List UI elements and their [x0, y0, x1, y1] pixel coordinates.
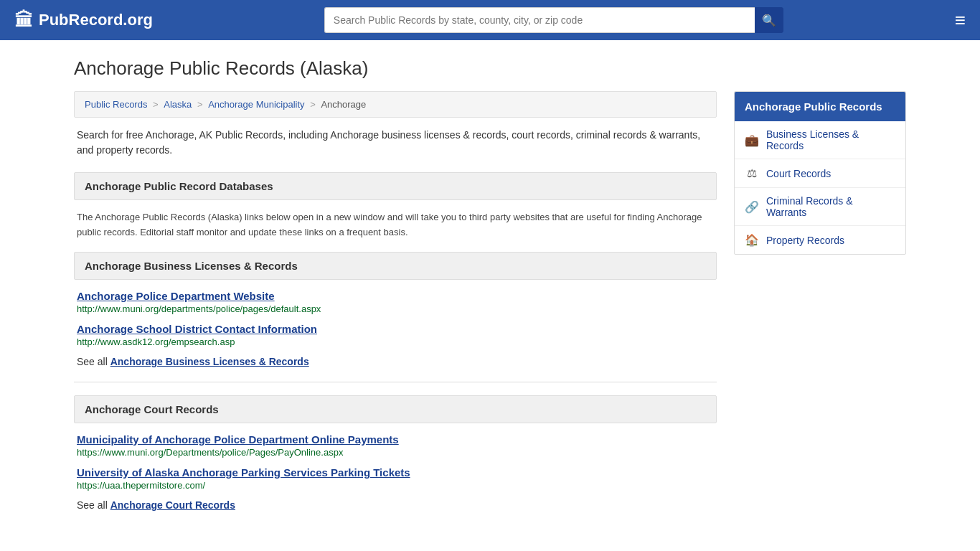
business-see-all: See all Anchorage Business Licenses & Re…: [77, 356, 714, 367]
logo-text: PubRecord.org: [39, 11, 153, 29]
breadcrumb-sep-3: >: [310, 99, 318, 110]
court-record-1-url[interactable]: https://www.muni.org/Departments/police/…: [77, 447, 714, 458]
breadcrumb-sep-1: >: [153, 99, 161, 110]
business-section-body: Anchorage Police Department Website http…: [74, 290, 717, 367]
sidebar: Anchorage Public Records 💼 Business Lice…: [734, 91, 906, 525]
search-button[interactable]: 🔍: [755, 7, 783, 33]
breadcrumb-item-2[interactable]: Alaska: [164, 99, 192, 110]
sidebar-item-court-label: Court Records: [766, 168, 831, 179]
business-record-2: Anchorage School District Contact Inform…: [77, 323, 714, 347]
court-record-2-title[interactable]: University of Alaska Anchorage Parking S…: [77, 466, 714, 479]
sidebar-item-property-label: Property Records: [766, 235, 844, 246]
business-see-all-link[interactable]: Anchorage Business Licenses & Records: [110, 356, 309, 367]
business-record-1: Anchorage Police Department Website http…: [77, 290, 714, 314]
scales-icon: ⚖: [745, 166, 759, 180]
main-column: Public Records > Alaska > Anchorage Muni…: [74, 91, 717, 525]
court-record-1: Municipality of Anchorage Police Departm…: [77, 433, 714, 458]
breadcrumb-sep-2: >: [197, 99, 205, 110]
sidebar-item-business[interactable]: 💼 Business Licenses & Records: [735, 121, 905, 159]
sidebar-box: Anchorage Public Records 💼 Business Lice…: [734, 91, 906, 255]
breadcrumb-item-1[interactable]: Public Records: [85, 99, 147, 110]
court-section-header: Anchorage Court Records: [74, 395, 717, 423]
databases-section-header: Anchorage Public Record Databases: [74, 172, 717, 200]
sidebar-item-criminal[interactable]: 🔗 Criminal Records & Warrants: [735, 188, 905, 226]
breadcrumb: Public Records > Alaska > Anchorage Muni…: [74, 91, 717, 118]
search-icon: 🔍: [762, 14, 776, 27]
court-record-2-url[interactable]: https://uaa.thepermitstore.com/: [77, 480, 714, 491]
sidebar-item-court[interactable]: ⚖ Court Records: [735, 159, 905, 188]
court-section-body: Municipality of Anchorage Police Departm…: [74, 433, 717, 511]
business-record-2-title[interactable]: Anchorage School District Contact Inform…: [77, 323, 714, 335]
hamburger-icon: ≡: [955, 9, 966, 31]
sidebar-item-criminal-label: Criminal Records & Warrants: [766, 195, 895, 218]
business-record-2-url[interactable]: http://www.asdk12.org/empsearch.asp: [77, 336, 714, 347]
court-record-1-title[interactable]: Municipality of Anchorage Police Departm…: [77, 433, 714, 446]
briefcase-icon: 💼: [745, 133, 759, 147]
business-record-1-title[interactable]: Anchorage Police Department Website: [77, 290, 714, 302]
sidebar-title: Anchorage Public Records: [735, 92, 905, 121]
court-see-all: See all Anchorage Court Records: [77, 499, 714, 511]
page-content: Anchorage Public Records (Alaska) Public…: [60, 40, 920, 542]
breadcrumb-current: Anchorage: [321, 99, 366, 110]
business-record-1-url[interactable]: http://www.muni.org/departments/police/p…: [77, 303, 714, 314]
site-header: 🏛 PubRecord.org 🔍 ≡: [0, 0, 980, 40]
search-bar: 🔍: [324, 7, 783, 33]
house-icon: 🏠: [745, 233, 759, 247]
section-divider-1: [74, 382, 717, 382]
sidebar-item-property[interactable]: 🏠 Property Records: [735, 226, 905, 254]
court-record-2: University of Alaska Anchorage Parking S…: [77, 466, 714, 491]
menu-button[interactable]: ≡: [955, 9, 966, 32]
databases-description: The Anchorage Public Records (Alaska) li…: [77, 210, 714, 240]
court-see-all-prefix: See all: [77, 499, 110, 511]
search-input[interactable]: [324, 7, 755, 33]
criminal-icon: 🔗: [745, 200, 759, 214]
page-title: Anchorage Public Records (Alaska): [74, 57, 906, 80]
court-see-all-link[interactable]: Anchorage Court Records: [110, 499, 235, 511]
databases-section-body: The Anchorage Public Records (Alaska) li…: [74, 210, 717, 240]
business-see-all-prefix: See all: [77, 356, 110, 367]
page-description: Search for free Anchorage, AK Public Rec…: [74, 128, 717, 158]
logo-icon: 🏛: [14, 9, 33, 32]
business-section-header: Anchorage Business Licenses & Records: [74, 252, 717, 280]
site-logo[interactable]: 🏛 PubRecord.org: [14, 9, 153, 32]
main-layout: Public Records > Alaska > Anchorage Muni…: [74, 91, 906, 525]
breadcrumb-item-3[interactable]: Anchorage Municipality: [208, 99, 304, 110]
sidebar-item-business-label: Business Licenses & Records: [766, 128, 895, 151]
